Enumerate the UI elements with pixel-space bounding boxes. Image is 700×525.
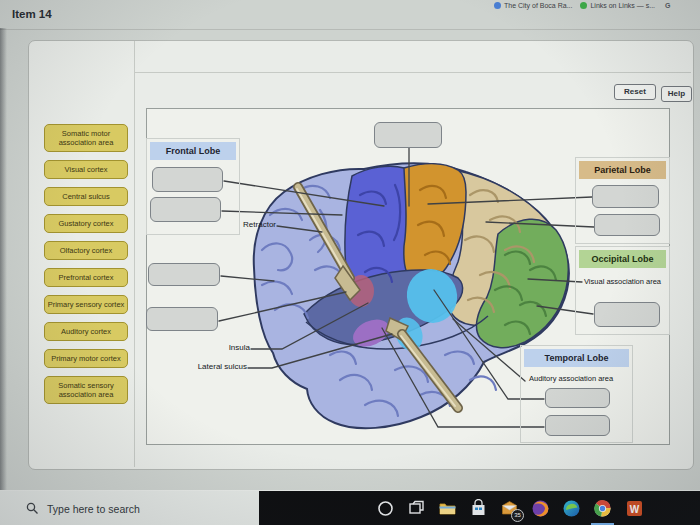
visual-association-label: Visual association area — [584, 277, 661, 286]
bookmark-favicon — [580, 2, 587, 9]
file-explorer-icon[interactable] — [438, 499, 457, 518]
auditory-association-label: Auditory association area — [529, 374, 613, 383]
firefox-icon[interactable] — [531, 499, 550, 518]
drop-target-temporal-2[interactable] — [545, 415, 610, 436]
bookmark-favicon — [494, 2, 501, 9]
task-view-icon[interactable] — [407, 499, 426, 518]
divider — [0, 29, 700, 30]
taskbar: Type here to search — [0, 490, 700, 525]
search-placeholder: Type here to search — [47, 503, 140, 515]
drop-target-frontal-1[interactable] — [152, 167, 223, 192]
drop-target-parietal-1[interactable] — [592, 185, 659, 208]
reset-button[interactable]: Reset — [614, 84, 656, 100]
occipital-lobe-header: Occipital Lobe — [579, 250, 666, 268]
search-icon — [26, 502, 39, 515]
drop-target-left-2[interactable] — [146, 307, 218, 331]
help-button[interactable]: Help — [661, 86, 692, 102]
drop-target-parietal-2[interactable] — [594, 214, 660, 236]
bookmark-link[interactable]: The City of Boca Ra... — [504, 2, 572, 9]
screen: The City of Boca Ra... Links on Links — … — [0, 0, 700, 525]
word-bank-item[interactable]: Olfactory cortex — [44, 241, 128, 260]
word-bank-item[interactable]: Somatic sensory association area — [44, 376, 128, 404]
drop-target-occipital-1[interactable] — [594, 302, 660, 327]
cortana-icon[interactable] — [376, 499, 395, 518]
mail-badge: 35 — [511, 509, 524, 522]
temporal-lobe-header: Temporal Lobe — [524, 349, 629, 367]
divider — [134, 72, 691, 73]
drop-target-left-1[interactable] — [148, 263, 220, 286]
microsoft-store-icon[interactable] — [469, 499, 488, 518]
google-favicon[interactable]: G — [665, 2, 670, 9]
bookmark-link[interactable]: Links on Links — s... — [590, 2, 655, 9]
word-bank-item[interactable]: Gustatory cortex — [44, 214, 128, 233]
parietal-lobe-header: Parietal Lobe — [579, 161, 666, 179]
frontal-lobe-header: Frontal Lobe — [150, 142, 236, 160]
item-title: Item 14 — [12, 8, 52, 20]
bookmarks-bar: The City of Boca Ra... Links on Links — … — [488, 2, 698, 16]
word-bank-item[interactable]: Auditory cortex — [44, 322, 128, 341]
word-bank-item[interactable]: Somatic motor association area — [44, 124, 128, 152]
svg-text:W: W — [630, 504, 640, 515]
mail-icon[interactable]: 35 — [500, 499, 519, 518]
word-icon[interactable]: W — [625, 499, 644, 518]
chrome-icon[interactable] — [593, 499, 612, 518]
word-bank-item[interactable]: Primary sensory cortex — [44, 295, 128, 314]
word-bank: Somatic motor association areaVisual cor… — [44, 124, 128, 404]
lateral-sulcus-label: Lateral sulcus — [175, 362, 247, 371]
edge-icon[interactable] — [562, 499, 581, 518]
taskbar-search[interactable]: Type here to search — [0, 491, 259, 525]
insula-label: Insula — [210, 343, 250, 352]
retractor-label: Retractor — [226, 220, 276, 229]
word-bank-item[interactable]: Primary motor cortex — [44, 349, 128, 368]
drop-target-top[interactable] — [374, 122, 442, 148]
drop-target-frontal-2[interactable] — [150, 197, 221, 222]
divider — [134, 41, 135, 467]
drop-target-temporal-1[interactable] — [545, 388, 610, 408]
word-bank-item[interactable]: Visual cortex — [44, 160, 128, 179]
word-bank-item[interactable]: Prefrontal cortex — [44, 268, 128, 287]
word-bank-item[interactable]: Central sulcus — [44, 187, 128, 206]
